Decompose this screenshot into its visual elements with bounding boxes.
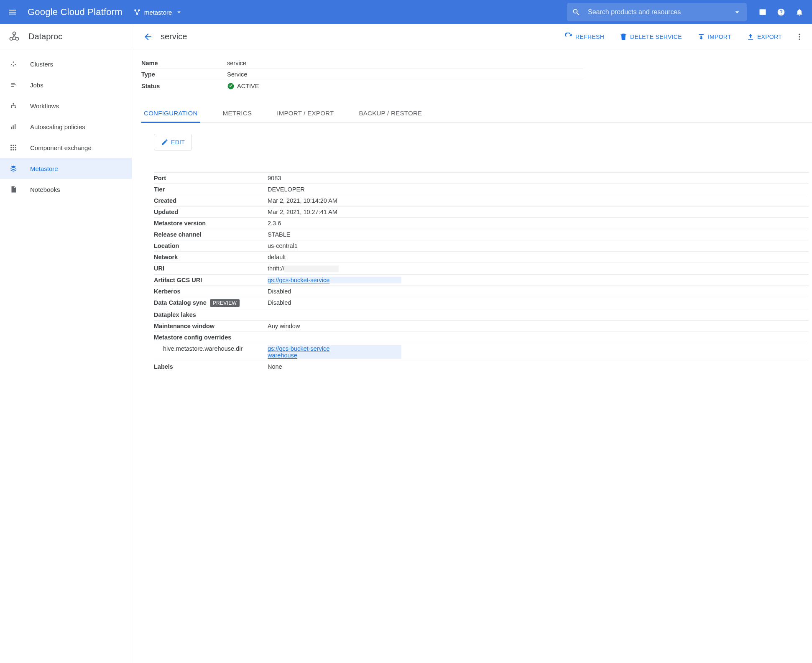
sidebar: Dataproc Clusters Jobs Workflows Autosca…: [0, 24, 132, 663]
sidebar-item-clusters[interactable]: Clusters: [0, 54, 132, 74]
table-row: Metastore config overrides: [154, 332, 809, 343]
tab-configuration[interactable]: CONFIGURATION: [141, 105, 200, 122]
metastore-icon: [8, 165, 18, 172]
import-icon: [697, 33, 705, 41]
svg-point-2: [136, 13, 138, 15]
jobs-icon: [8, 81, 18, 89]
table-row: Status ACTIVE: [141, 80, 583, 92]
svg-rect-22: [10, 149, 12, 150]
search-icon: [572, 8, 580, 16]
sidebar-item-workflows[interactable]: Workflows: [0, 95, 132, 116]
workflows-icon: [8, 102, 18, 110]
svg-point-7: [11, 64, 12, 65]
notifications-icon[interactable]: [791, 4, 808, 20]
svg-point-8: [15, 64, 16, 65]
table-row: Networkdefault: [154, 252, 809, 263]
tab-metrics[interactable]: METRICS: [220, 105, 255, 122]
status-text: ACTIVE: [237, 83, 259, 89]
main-header: service REFRESH DELETE SERVICE IMPORT EX…: [132, 24, 812, 49]
apps-grid-icon: [8, 144, 18, 151]
cloud-shell-icon[interactable]: [754, 4, 771, 20]
svg-rect-13: [11, 127, 12, 129]
override-link[interactable]: gs://gcs-bucket-service: [268, 345, 329, 352]
table-row: Artifact GCS URIgs://gcs-bucket-service: [154, 275, 809, 286]
table-row: TierDEVELOPER: [154, 184, 809, 195]
sidebar-title: Dataproc: [28, 32, 62, 41]
status-badge: ACTIVE: [227, 82, 583, 90]
table-row: Metastore version2.3.6: [154, 218, 809, 229]
svg-point-4: [16, 37, 19, 40]
summary-type-label: Type: [141, 69, 227, 80]
delete-service-button[interactable]: DELETE SERVICE: [613, 28, 688, 45]
sidebar-item-label: Jobs: [30, 82, 43, 89]
summary-table: Name service Type Service Status ACTIVE: [141, 58, 583, 92]
table-row: hive.metastore.warehouse.dirgs://gcs-buc…: [154, 343, 809, 361]
pencil-icon: [161, 138, 169, 146]
svg-rect-16: [10, 145, 12, 146]
svg-rect-23: [13, 149, 14, 150]
table-row: UpdatedMar 2, 2021, 10:27:41 AM: [154, 207, 809, 218]
svg-rect-18: [15, 145, 16, 146]
autoscaling-icon: [8, 123, 18, 130]
svg-point-1: [138, 9, 140, 11]
trash-icon: [619, 33, 628, 41]
help-icon[interactable]: [773, 4, 789, 20]
table-row: Maintenance windowAny window: [154, 321, 809, 332]
refresh-button[interactable]: REFRESH: [559, 28, 610, 45]
table-row: Type Service: [141, 69, 583, 80]
chevron-down-icon: [175, 8, 183, 16]
search-box[interactable]: [567, 3, 747, 21]
tab-import-export[interactable]: IMPORT / EXPORT: [274, 105, 336, 122]
sidebar-item-autoscaling[interactable]: Autoscaling policies: [0, 116, 132, 137]
search-input[interactable]: [587, 8, 726, 16]
tab-backup-restore[interactable]: BACKUP / RESTORE: [356, 105, 424, 122]
summary-name-value: service: [227, 58, 583, 69]
sidebar-item-notebooks[interactable]: Notebooks: [0, 179, 132, 200]
overflow-menu-button[interactable]: [791, 28, 808, 45]
sidebar-item-label: Metastore: [30, 165, 58, 172]
table-row: URIthrift://: [154, 263, 809, 275]
project-icon: [133, 8, 141, 16]
details-table: Port9083 TierDEVELOPER CreatedMar 2, 202…: [154, 172, 809, 372]
svg-point-6: [13, 61, 14, 63]
edit-button[interactable]: EDIT: [154, 134, 192, 150]
brand-title[interactable]: Google Cloud Platform: [23, 7, 128, 18]
table-row: Release channelSTABLE: [154, 229, 809, 240]
dataproc-icon: [8, 31, 20, 43]
sidebar-item-label: Workflows: [30, 102, 59, 110]
project-name: metastore: [144, 9, 172, 16]
hamburger-menu-icon[interactable]: [4, 4, 21, 20]
import-button[interactable]: IMPORT: [691, 28, 737, 45]
svg-point-27: [799, 38, 800, 40]
sidebar-header[interactable]: Dataproc: [0, 24, 132, 49]
sidebar-item-metastore[interactable]: Metastore: [0, 158, 132, 179]
svg-rect-15: [15, 124, 15, 129]
table-row: Locationus-central1: [154, 240, 809, 252]
svg-rect-24: [15, 149, 16, 150]
sidebar-item-component-exchange[interactable]: Component exchange: [0, 137, 132, 158]
table-row: Name service: [141, 58, 583, 69]
artifact-gcs-link[interactable]: gs://gcs-bucket-service: [268, 277, 329, 283]
sidebar-item-jobs[interactable]: Jobs: [0, 74, 132, 95]
svg-rect-21: [15, 147, 16, 148]
svg-rect-14: [13, 125, 14, 129]
table-row: Dataplex lakes: [154, 309, 809, 321]
chevron-down-icon[interactable]: [733, 8, 742, 17]
svg-rect-11: [11, 107, 12, 108]
table-row: Data Catalog syncPREVIEWDisabled: [154, 297, 809, 309]
svg-point-3: [10, 37, 13, 40]
svg-rect-17: [13, 145, 14, 146]
notebooks-icon: [8, 186, 18, 193]
tabs: CONFIGURATION METRICS IMPORT / EXPORT BA…: [141, 105, 812, 123]
refresh-icon: [564, 33, 573, 41]
sidebar-item-label: Autoscaling policies: [30, 123, 85, 130]
project-selector[interactable]: metastore: [129, 5, 187, 20]
sidebar-item-label: Clusters: [30, 61, 53, 68]
page-title: service: [161, 32, 187, 41]
topbar: Google Cloud Platform metastore: [0, 0, 812, 24]
back-button[interactable]: [140, 28, 156, 45]
export-button[interactable]: EXPORT: [741, 28, 788, 45]
svg-point-5: [13, 32, 16, 35]
override-link[interactable]: warehouse: [268, 352, 297, 359]
sidebar-item-label: Component exchange: [30, 144, 92, 151]
